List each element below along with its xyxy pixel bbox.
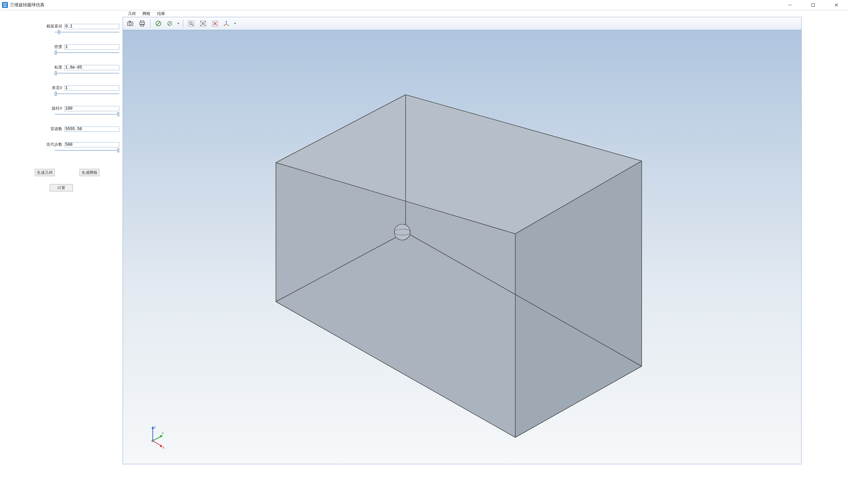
zoom-clear-icon[interactable] (210, 18, 220, 29)
svg-marker-35 (160, 444, 163, 447)
param-label: 截面直径 (22, 23, 64, 29)
svg-line-10 (168, 22, 171, 25)
minimize-button[interactable] (778, 0, 802, 10)
svg-rect-6 (140, 24, 143, 26)
svg-line-8 (157, 22, 160, 25)
axis-dropdown-icon[interactable] (222, 18, 237, 29)
maximize-button[interactable] (802, 0, 825, 10)
titlebar: 三维旋转圆球仿真 (0, 0, 848, 10)
spin-v-slider[interactable] (55, 112, 119, 116)
forbid-dropdown-icon[interactable] (165, 18, 180, 29)
inflow-v-input[interactable] (64, 86, 119, 91)
close-button[interactable] (825, 0, 848, 10)
svg-marker-33 (160, 435, 163, 438)
iter-steps-slider[interactable] (55, 148, 119, 152)
density-slider[interactable] (55, 51, 119, 55)
viscosity-slider[interactable] (55, 71, 119, 75)
param-label: 密度 (22, 44, 64, 50)
svg-point-15 (202, 22, 204, 24)
generate-geometry-button[interactable]: 生成几何 (35, 169, 55, 176)
svg-line-13 (192, 24, 193, 26)
svg-marker-20 (226, 21, 227, 22)
spin-v-input[interactable] (64, 106, 119, 111)
reynolds-input[interactable] (64, 126, 119, 132)
param-label: 粘度 (22, 65, 64, 70)
param-row: 雷诺数 (3, 126, 119, 132)
svg-marker-31 (152, 426, 154, 429)
param-label: 迭代步数 (22, 142, 64, 147)
menu-mesh[interactable]: 网格 (139, 10, 154, 17)
3d-viewport[interactable]: z y x (123, 30, 802, 464)
generate-mesh-button[interactable]: 生成网格 (80, 169, 99, 176)
menubar: 几何 网格 结果 (123, 10, 802, 17)
svg-rect-0 (812, 4, 815, 7)
svg-line-34 (153, 441, 161, 446)
parameter-panel: 截面直径 密度 粘度 来流V 旋转V 雷诺数 (0, 10, 123, 504)
svg-point-2 (129, 22, 131, 25)
diameter-input[interactable] (64, 24, 119, 29)
param-row: 密度 (3, 44, 119, 50)
zoom-window-icon[interactable] (186, 18, 196, 29)
triad-x-label: x (163, 446, 165, 449)
app-icon (2, 2, 8, 8)
viscosity-input[interactable] (64, 65, 119, 70)
svg-point-12 (190, 22, 192, 24)
param-row: 截面直径 (3, 23, 119, 29)
inflow-v-slider[interactable] (55, 92, 119, 96)
triad-z-label: z (154, 425, 156, 429)
toolbar (123, 17, 802, 30)
camera-icon[interactable] (125, 18, 136, 29)
orientation-triad: z y x (143, 424, 169, 451)
svg-line-32 (153, 436, 161, 441)
window-title: 三维旋转圆球仿真 (10, 2, 45, 8)
param-row: 迭代步数 (3, 142, 119, 147)
compute-button[interactable]: 计算 (50, 184, 73, 192)
param-row: 来流V (3, 85, 119, 91)
diameter-slider[interactable] (55, 30, 119, 34)
menu-geometry[interactable]: 几何 (125, 10, 139, 17)
param-label: 来流V (22, 85, 64, 91)
scene-geometry (123, 30, 801, 464)
param-row: 粘度 (3, 65, 119, 70)
forbid-icon[interactable] (153, 18, 164, 29)
svg-rect-36 (152, 440, 154, 442)
param-label: 雷诺数 (22, 126, 64, 132)
zoom-extents-icon[interactable] (198, 18, 208, 29)
toolbar-separator (183, 19, 183, 28)
iter-steps-input[interactable] (64, 142, 119, 147)
param-label: 旋转V (22, 106, 64, 111)
svg-rect-3 (129, 21, 131, 22)
density-input[interactable] (64, 44, 119, 50)
toolbar-separator (150, 19, 151, 28)
triad-y-label: y (162, 431, 164, 435)
param-row: 旋转V (3, 106, 119, 111)
menu-results[interactable]: 结果 (154, 10, 168, 17)
print-icon[interactable] (137, 18, 148, 29)
